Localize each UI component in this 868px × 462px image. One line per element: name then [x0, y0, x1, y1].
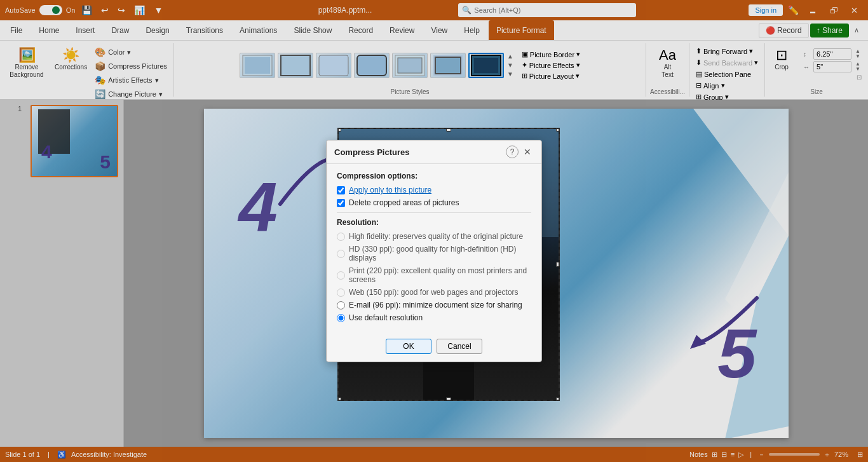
view-presenter-icon[interactable]: ▷ — [738, 451, 743, 459]
style-1[interactable] — [240, 53, 275, 78]
align-button[interactable]: ⊟ Align ▾ — [693, 80, 761, 91]
radio-highfidelity-label: High fidelity: preserves quality of the … — [349, 232, 523, 241]
zoom-level[interactable]: 72% — [834, 451, 853, 458]
tab-view[interactable]: View — [423, 20, 455, 40]
handle-bottom-middle[interactable] — [446, 397, 451, 401]
artistic-button[interactable]: 🎭 Artistic Effects ▾ — [92, 74, 170, 86]
save-icon[interactable]: 💾 — [79, 4, 95, 17]
tab-slideshow[interactable]: Slide Show — [286, 20, 339, 40]
handle-middle-right[interactable] — [556, 262, 560, 267]
customize-icon[interactable]: ▼ — [151, 4, 165, 17]
redo-icon[interactable]: ↪ — [115, 4, 128, 17]
minimize-button[interactable]: 🗕 — [804, 3, 822, 18]
tab-insert[interactable]: Insert — [68, 20, 102, 40]
cancel-button[interactable]: Cancel — [437, 339, 482, 354]
corrections-button[interactable]: ☀️ Corrections — [51, 46, 91, 74]
bring-forward-label: Bring Forward — [703, 48, 747, 55]
style-7[interactable] — [468, 53, 504, 78]
search-input[interactable] — [474, 6, 632, 14]
gallery-scroll-up[interactable]: ▲ — [505, 52, 515, 60]
tab-draw[interactable]: Draw — [104, 20, 137, 40]
align-label: Align — [703, 82, 719, 90]
change-picture-button[interactable]: 🔄 Change Picture ▾ — [92, 88, 170, 100]
width-down[interactable]: ▼ — [854, 67, 862, 72]
delete-cropped-checkbox[interactable] — [337, 199, 345, 207]
style-3[interactable] — [316, 53, 351, 78]
picture-border-button[interactable]: ▣ Picture Border ▾ — [519, 50, 583, 59]
tab-transitions[interactable]: Transitions — [179, 20, 231, 40]
tab-pictureformat[interactable]: Picture Format — [489, 20, 554, 40]
share-button[interactable]: ↑ Share — [810, 24, 849, 37]
fit-button[interactable]: ⊞ — [857, 451, 863, 459]
autosave-toggle[interactable] — [39, 5, 62, 15]
handle-bottom-left[interactable] — [337, 397, 341, 401]
radio-highfidelity-input[interactable] — [337, 233, 345, 241]
slide-thumbnail-1[interactable]: 4 5 — [31, 105, 118, 177]
view-slide-sorter-icon[interactable]: ⊟ — [721, 451, 727, 459]
crop-button[interactable]: ⊡ Crop — [769, 46, 794, 74]
radio-web150-input[interactable] — [337, 289, 345, 297]
tab-design[interactable]: Design — [138, 20, 177, 40]
send-backward-button[interactable]: ⬇ Send Backward ▾ — [693, 57, 761, 68]
artistic-icon: 🎭 — [95, 75, 105, 85]
tab-file[interactable]: File — [3, 20, 30, 40]
tab-record[interactable]: Record — [341, 20, 381, 40]
zoom-out-icon[interactable]: － — [758, 450, 765, 459]
style-2[interactable] — [278, 53, 313, 78]
tab-animations[interactable]: Animations — [232, 20, 285, 40]
color-button[interactable]: 🎨 Color ▾ — [92, 46, 170, 58]
radio-default-input[interactable] — [337, 314, 345, 322]
undo-icon[interactable]: ↩ — [98, 4, 111, 17]
tab-help[interactable]: Help — [456, 20, 487, 40]
notes-button[interactable]: Notes — [689, 451, 708, 458]
picture-layout-button[interactable]: ⊞ Picture Layout ▾ — [519, 71, 583, 81]
view-reading-icon[interactable]: ≡ — [731, 451, 735, 458]
zoom-in-icon[interactable]: ＋ — [824, 450, 831, 459]
apply-only-checkbox[interactable] — [337, 186, 345, 194]
arrange-group: ⬆ Bring Forward ▾ ⬇ Send Backward ▾ ▤ Se… — [689, 43, 765, 97]
size-inputs: ↕ ▲ ▼ ↔ ▲ ▼ — [801, 46, 864, 83]
handle-bottom-right[interactable] — [556, 397, 560, 401]
collapse-ribbon-button[interactable]: ∧ — [850, 25, 863, 36]
ok-button[interactable]: OK — [386, 339, 431, 354]
height-input[interactable] — [813, 48, 851, 60]
gallery-scroll-down[interactable]: ▼ — [505, 61, 515, 69]
selection-pane-button[interactable]: ▤ Selection Pane — [693, 69, 761, 79]
restore-button[interactable]: 🗗 — [825, 3, 843, 18]
height-down[interactable]: ▼ — [854, 54, 862, 59]
tablet-icon[interactable]: 📊 — [132, 4, 147, 17]
tab-home[interactable]: Home — [31, 20, 67, 40]
crop-icon: ⊡ — [776, 48, 787, 62]
handle-top-middle[interactable] — [446, 128, 451, 132]
tab-review[interactable]: Review — [382, 20, 422, 40]
remove-background-button[interactable]: 🖼️ Remove Background — [4, 46, 50, 81]
dialog-close-button[interactable]: ✕ — [521, 146, 534, 158]
radio-print220-input[interactable] — [337, 271, 345, 280]
style-5[interactable] — [392, 53, 428, 78]
remove-background-icon: 🖼️ — [18, 48, 36, 62]
radio-email96: E-mail (96 ppi): minimize document size … — [337, 301, 531, 309]
radio-email96-input[interactable] — [337, 301, 345, 309]
style-6[interactable] — [430, 53, 466, 78]
dialog-help-button[interactable]: ? — [506, 146, 519, 158]
zoom-slider[interactable] — [769, 453, 820, 456]
width-input[interactable] — [813, 61, 851, 72]
compress-button[interactable]: 📦 Compress Pictures — [92, 60, 170, 72]
search-bar[interactable]: 🔍 — [458, 3, 636, 17]
pen-icon[interactable]: ✏️ — [785, 4, 801, 17]
size-expand-icon[interactable]: ⊡ — [803, 74, 862, 81]
handle-top-left[interactable] — [337, 128, 341, 132]
picture-effects-button[interactable]: ✦ Picture Effects ▾ — [519, 60, 583, 70]
record-button[interactable]: 🔴 Record — [759, 23, 809, 38]
handle-top-right[interactable] — [556, 128, 560, 132]
gallery-expand[interactable]: ▼ — [505, 70, 515, 78]
style-4[interactable] — [354, 53, 390, 78]
view-normal-icon[interactable]: ⊞ — [712, 451, 717, 459]
background-shapes — [598, 109, 789, 438]
close-button[interactable]: ✕ — [846, 3, 863, 18]
signin-button[interactable]: Sign in — [749, 4, 783, 16]
radio-highfidelity: High fidelity: preserves quality of the … — [337, 232, 531, 241]
alt-text-button[interactable]: Aa AltText — [655, 46, 681, 81]
bring-forward-button[interactable]: ⬆ Bring Forward ▾ — [693, 46, 761, 57]
radio-hd330-input[interactable] — [337, 250, 345, 258]
